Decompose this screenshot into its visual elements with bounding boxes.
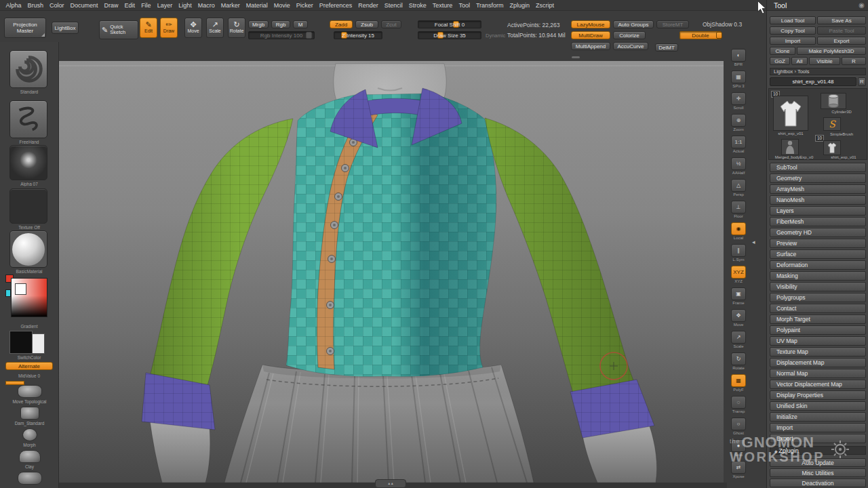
tool-section-button[interactable]: UV Map [770, 336, 866, 346]
menu-item[interactable]: Draw [101, 2, 121, 9]
menu-item[interactable]: Render [355, 2, 382, 9]
right-shelf-button[interactable]: △ Persp [730, 179, 747, 197]
zplugin-header[interactable]: ◆ Zplugin [770, 446, 866, 455]
delmt-button[interactable]: DelMT [655, 43, 678, 52]
right-shelf-button[interactable]: ∥ L.Sym [730, 244, 747, 262]
accucurve-button[interactable]: AccuCurve [613, 42, 648, 50]
right-shelf-button[interactable]: ▦ PolyF [730, 374, 747, 392]
tool-section-button[interactable]: Import [770, 423, 866, 432]
save-as-button[interactable]: Save As [817, 16, 866, 24]
tool-thumbnail-shirt-small[interactable] [823, 140, 841, 155]
tray-handle-icon[interactable] [572, 56, 580, 58]
menu-item[interactable]: Stroke [406, 2, 429, 9]
menu-item[interactable]: Zplugin [507, 2, 533, 9]
tool-section-button[interactable]: Masking [770, 271, 866, 281]
clone-button[interactable]: Clone [770, 47, 795, 55]
tool-section-button[interactable]: Surface [770, 249, 866, 259]
tool-section-button[interactable]: Polygroups [770, 293, 866, 302]
tool-section-button[interactable]: Displacement Map [770, 358, 866, 367]
rgb-button[interactable]: Rgb [271, 20, 290, 28]
right-shelf-button[interactable]: ⊥ Floor [730, 201, 747, 219]
hue-marker-icon[interactable] [5, 289, 11, 297]
current-texture-thumbnail[interactable] [9, 188, 47, 224]
colorize-button[interactable]: Colorize [613, 31, 646, 39]
collapse-arrow-icon[interactable]: ◂ [752, 239, 755, 245]
right-shelf-button[interactable]: ◉ Local [730, 222, 747, 241]
draw-size-slider[interactable]: Draw Size 35 [418, 31, 481, 39]
tool-section-button[interactable]: Export [770, 434, 866, 443]
auto-groups-button[interactable]: Auto Groups [613, 20, 654, 28]
current-brush-thumbnail[interactable] [9, 50, 47, 88]
quick-brush-item[interactable]: Morph [0, 428, 59, 447]
right-shelf-button[interactable]: ✥ Move [730, 309, 747, 327]
right-shelf-button[interactable]: 1:1 Actual [730, 136, 747, 154]
paste-tool-button[interactable]: Paste Tool [817, 26, 866, 35]
tool-thumbnail-simplebrush[interactable]: S [823, 117, 841, 131]
tool-section-button[interactable]: SubTool [770, 163, 866, 172]
right-shelf-button[interactable]: ✛ Scroll [730, 92, 747, 110]
lightbox-button[interactable]: LightBox [52, 22, 79, 34]
right-shelf-button[interactable]: ▦ SPix 3 [730, 70, 747, 89]
color-picker[interactable] [11, 278, 47, 317]
tool-section-button[interactable]: Texture Map [770, 347, 866, 357]
make-polymesh3d-button[interactable]: Make PolyMesh3D [797, 47, 866, 55]
slider-knob[interactable] [716, 32, 722, 39]
zplugin-item-button[interactable]: Misc Utilities [770, 468, 866, 477]
tool-section-button[interactable]: Normal Map [770, 369, 866, 378]
copy-tool-button[interactable]: Copy Tool [770, 26, 816, 35]
menu-item[interactable]: Texture [429, 2, 456, 9]
right-shelf-button[interactable]: ▣ Frame [730, 287, 747, 306]
rotate-button[interactable]: ↻Rotate [228, 18, 245, 38]
goz-r-button[interactable]: R [842, 57, 866, 65]
tool-section-button[interactable]: Unified Skin [770, 401, 866, 411]
menu-item[interactable]: Tool [456, 2, 473, 9]
tool-section-button[interactable]: Preview [770, 239, 866, 248]
tool-palette-header[interactable]: Tool◉ [767, 0, 868, 11]
lazymouse-button[interactable]: LazyMouse [571, 20, 610, 28]
alternate-button[interactable]: Alternate [5, 362, 53, 370]
rgb-intensity-slider[interactable]: Rgb Intensity 100 [248, 31, 315, 39]
tool-section-button[interactable]: Layers [770, 206, 866, 216]
quick-sketch-button[interactable]: ✎Quick Sketch [99, 20, 138, 39]
menu-item[interactable]: Material [243, 2, 271, 9]
export-button[interactable]: Export [817, 37, 866, 45]
right-shelf-button[interactable]: ◐ BPR [730, 49, 747, 67]
tool-section-button[interactable]: Contact [770, 304, 866, 313]
tool-section-button[interactable]: FiberMesh [770, 217, 866, 226]
primary-color-swatch[interactable] [9, 331, 33, 354]
menu-item[interactable]: Preferences [316, 2, 355, 9]
menu-item[interactable]: File [138, 2, 155, 9]
right-shelf-button[interactable]: ½ AAHalf [730, 157, 747, 176]
menu-item[interactable]: Zscript [533, 2, 557, 9]
tool-section-button[interactable]: Morph Target [770, 314, 866, 324]
tool-section-button[interactable]: Vector Displacement Map [770, 380, 866, 389]
scale-button[interactable]: ↗Scale [206, 18, 224, 38]
storemt-button[interactable]: StoreMT [656, 20, 689, 28]
tool-thumbnail-body[interactable] [781, 139, 799, 155]
double-toggle[interactable]: Double [679, 31, 722, 39]
right-shelf-button[interactable]: ↻ Rotate [730, 352, 747, 371]
palette-config-icon[interactable]: ◉ [859, 0, 865, 11]
zsub-button[interactable]: Zsub [355, 20, 378, 28]
edit-button[interactable]: ✎Edit [140, 18, 157, 38]
right-shelf-button[interactable]: ◌ Transp [730, 396, 747, 414]
slider-knob[interactable] [306, 32, 312, 39]
color-picker-cursor[interactable] [15, 283, 26, 295]
z-intensity-slider[interactable]: Z Intensity 15 [334, 31, 382, 39]
menu-item[interactable]: Stencil [381, 2, 406, 9]
viewport-canvas[interactable] [59, 61, 724, 483]
tool-section-button[interactable]: Visibility [770, 282, 866, 291]
tool-section-button[interactable]: Display Properties [770, 390, 866, 400]
move-button[interactable]: ✥Move [184, 18, 202, 38]
timeline-handle[interactable]: ▴ ▴ [375, 479, 406, 488]
right-shelf-button[interactable]: ⊕ Zoom [730, 114, 747, 132]
menu-item[interactable]: Edit [121, 2, 138, 9]
zcut-button[interactable]: Zcut [381, 20, 401, 28]
tool-thumbnail-shirt[interactable] [773, 96, 808, 131]
tool-section-button[interactable]: Polypaint [770, 325, 866, 335]
multidraw-button[interactable]: MultiDraw [571, 31, 610, 39]
menu-item[interactable]: Color [47, 2, 68, 9]
right-shelf-button[interactable]: ⇄ Xpose [730, 461, 747, 479]
tool-section-button[interactable]: NanoMesh [770, 195, 866, 205]
tool-r-button[interactable]: R [858, 77, 866, 86]
